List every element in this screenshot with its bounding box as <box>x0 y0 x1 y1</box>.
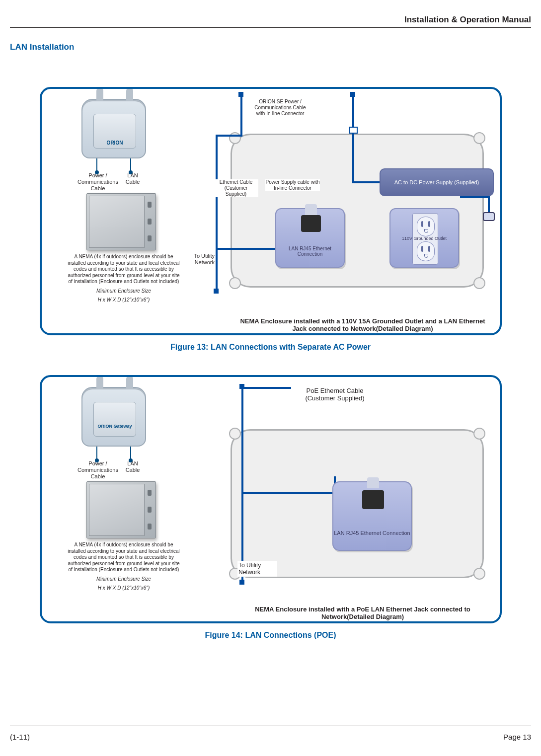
lan-cable-label: LAN Cable <box>120 460 145 473</box>
footer-rule <box>10 726 531 726</box>
figure-14-caption: Figure 14: LAN Connections (POE) <box>0 631 541 640</box>
nema-min-size-label: Minimum Enclosure Size <box>67 576 181 583</box>
page-header-title: Installation & Operation Manual <box>404 15 531 25</box>
lan-cable-label: LAN Cable <box>120 172 145 185</box>
figure-13-diagram-caption: NEMA Enclosure installed with a 110V 15A… <box>235 317 490 332</box>
nema-min-size-dims: H x W X D (12"x10"x6") <box>67 585 181 592</box>
antenna-icon <box>96 88 103 101</box>
lan-rj45-jack: LAN RJ45 Ethernet Connection <box>275 208 345 268</box>
power-supply-cable-label: Power Supply cable with In-line Connecto… <box>265 179 320 191</box>
footer-revision: (1-11) <box>10 733 30 741</box>
power-wire <box>352 134 354 182</box>
ac-dc-power-supply: AC to DC Power Supply (Supplied) <box>380 168 494 196</box>
outlet-label: 110V Grounded Outlet <box>390 236 458 241</box>
rj45-label: LAN RJ45 Ethernet Connection <box>333 530 411 536</box>
figure-13-frame: ((•)) ((•)) ORION Power / Communications… <box>40 87 502 335</box>
nema-min-size-label: Minimum Enclosure Size <box>67 288 181 295</box>
rj45-plug-icon <box>367 477 379 488</box>
antenna-icon <box>96 376 103 389</box>
poe-wire <box>241 387 243 582</box>
ethernet-wire <box>216 248 218 291</box>
wire-terminal-icon <box>239 580 244 585</box>
poe-wire <box>241 387 291 389</box>
antenna-icon <box>126 88 133 101</box>
nema-enclosure-note: A NEMA (4x if outdoors) enclosure should… <box>67 254 181 303</box>
psu-outlet-wire <box>460 196 490 198</box>
ethernet-wire <box>216 135 242 137</box>
rj45-port-icon <box>362 490 384 509</box>
inline-connector-icon <box>349 127 358 134</box>
ethernet-wire <box>240 95 242 135</box>
nema-note-body: A NEMA (4x if outdoors) enclosure should… <box>68 542 180 572</box>
section-title: LAN Installation <box>10 42 74 52</box>
wire-terminal-icon <box>214 289 219 294</box>
figure-13-left-column: ((•)) ((•)) ORION Power / Communications… <box>52 89 186 335</box>
orion-faceplate: ORION <box>93 114 136 149</box>
orion-gateway-device-icon: ORION Gateway <box>81 387 146 447</box>
plug-icon <box>483 212 495 221</box>
nema-note-body: A NEMA (4x if outdoors) enclosure should… <box>68 254 180 284</box>
nema-enclosure-photo <box>86 193 156 250</box>
psu-label: AC to DC Power Supply (Supplied) <box>394 179 479 185</box>
power-comm-cable-label: Power / Communications Cable <box>76 460 120 480</box>
figure-13-right-diagram: ORION SE Power / Communications Cable wi… <box>186 89 500 335</box>
ethernet-cable-customer-label: Ethernet Cable (Customer Supplied) <box>214 179 258 197</box>
orion-faceplate: ORION Gateway <box>93 402 136 437</box>
footer-page-number: Page 13 <box>503 733 531 741</box>
power-wire <box>352 95 354 127</box>
grounded-outlet: 110V Grounded Outlet <box>389 208 459 268</box>
power-wire <box>352 181 381 183</box>
orion-device-label: ORION <box>94 140 136 146</box>
power-comm-cable-label: Power / Communications Cable <box>76 172 120 192</box>
orion-device-icon: ORION <box>81 99 146 158</box>
figure-14-left-column: ((•)) ((•)) ORION Gateway Power / Commun… <box>52 377 186 623</box>
nema-enclosure-note: A NEMA (4x if outdoors) enclosure should… <box>67 542 181 592</box>
rj45-port-icon <box>301 215 321 232</box>
figure-13-caption: Figure 13: LAN Connections with Separate… <box>0 343 541 352</box>
figure-14-right-diagram: PoE Ethernet Cable (Customer Supplied) T… <box>186 377 500 623</box>
lan-rj45-jack: LAN RJ45 Ethernet Connection <box>332 481 412 551</box>
ethernet-wire <box>216 248 280 250</box>
nema-enclosure-photo <box>86 481 156 538</box>
figure-14-frame: ((•)) ((•)) ORION Gateway Power / Commun… <box>40 375 502 623</box>
antenna-icon <box>126 376 133 389</box>
orion-gateway-label: ORION Gateway <box>94 424 136 429</box>
rj45-label: LAN RJ45 Ethernet Connection <box>276 246 344 257</box>
to-utility-network-label: To Utility Network <box>237 561 277 577</box>
nema-min-size-dims: H x W X D (12"x10"x6") <box>67 297 181 303</box>
poe-wire <box>241 492 336 494</box>
rj45-plug-icon <box>305 204 317 215</box>
header-rule <box>10 27 531 28</box>
figure-14-diagram-caption: NEMA Enclosure installed with a PoE LAN … <box>235 605 490 620</box>
poe-cable-label: PoE Ethernet Cable (Customer Supplied) <box>295 387 375 402</box>
orion-se-cable-label: ORION SE Power / Communications Cable wi… <box>250 99 310 117</box>
to-utility-network-label: To Utility Network <box>190 253 215 266</box>
